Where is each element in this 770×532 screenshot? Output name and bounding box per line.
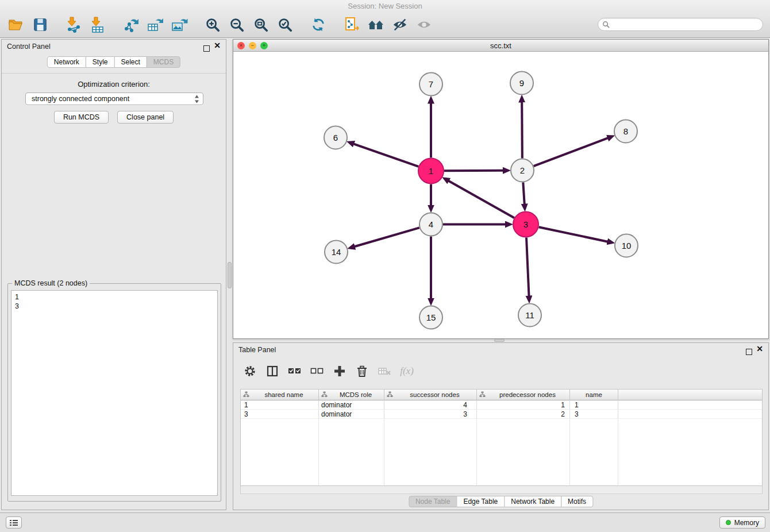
cell-shared-name[interactable]: 1 — [241, 400, 319, 410]
control-panel-title: Control Panel — [7, 43, 51, 51]
tab-select[interactable]: Select — [114, 56, 147, 68]
column-header-predecessor-nodes[interactable]: predecessor nodes — [477, 390, 570, 400]
add-column-icon[interactable] — [331, 363, 348, 380]
tab-style[interactable]: Style — [86, 56, 115, 68]
zoom-fit-icon[interactable] — [251, 13, 271, 36]
column-header-mcds-role[interactable]: MCDS role — [319, 390, 384, 400]
run-mcds-button[interactable]: Run MCDS — [54, 111, 109, 124]
node-label: 4 — [429, 219, 433, 229]
window-title: Session: New Session — [0, 2, 770, 10]
network-canvas[interactable]: 7968124314101511 — [233, 52, 768, 338]
tab-divider — [2, 73, 226, 74]
criterion-dropdown[interactable]: strongly connected component — [25, 92, 203, 105]
tab-network-table[interactable]: Network Table — [504, 496, 561, 507]
network-node[interactable]: 9 — [510, 72, 533, 95]
close-table-panel-icon[interactable]: ✕ — [756, 346, 763, 352]
network-edge[interactable] — [448, 181, 514, 218]
network-edge[interactable] — [522, 102, 522, 158]
import-network-from-file-icon[interactable] — [63, 13, 84, 36]
zoom-selected-icon[interactable] — [275, 13, 295, 36]
network-edge[interactable] — [523, 182, 524, 204]
network-view-window: scc.txt × − + 7968124314101511 — [233, 39, 769, 339]
select-all-icon[interactable] — [286, 363, 303, 380]
network-edge[interactable] — [444, 171, 503, 171]
horizontal-splitter-handle[interactable] — [494, 339, 505, 342]
network-node[interactable]: 10 — [615, 234, 638, 257]
network-window-titlebar[interactable]: scc.txt × − + — [233, 40, 768, 52]
network-edge[interactable] — [355, 228, 419, 246]
column-chooser-icon[interactable] — [264, 363, 281, 380]
network-edge[interactable] — [539, 227, 608, 241]
cell-successor-nodes[interactable]: 4 — [384, 400, 477, 410]
float-table-panel-icon[interactable] — [746, 347, 752, 357]
cell-predecessor-nodes[interactable]: 1 — [477, 400, 570, 410]
tab-network[interactable]: Network — [47, 56, 86, 68]
zoom-in-icon[interactable] — [202, 13, 223, 36]
column-header-filler — [618, 390, 762, 400]
chevron-updown-icon — [194, 95, 199, 103]
network-node[interactable]: 15 — [419, 306, 442, 329]
export-image-icon[interactable] — [169, 13, 190, 36]
open-session-icon[interactable] — [6, 13, 26, 36]
network-node[interactable]: 14 — [325, 241, 348, 264]
table-settings-icon[interactable] — [241, 363, 259, 380]
network-node[interactable]: 2 — [511, 159, 534, 182]
node-label: 9 — [519, 78, 524, 88]
close-window-icon[interactable]: × — [237, 42, 245, 49]
cell-name[interactable]: 1 — [570, 400, 618, 410]
network-node[interactable]: 1 — [418, 159, 444, 184]
export-network-icon[interactable] — [121, 13, 141, 36]
function-builder-icon: f(x) — [398, 363, 415, 380]
column-header-shared-name[interactable]: shared name — [241, 390, 319, 400]
vertical-splitter-handle[interactable] — [228, 262, 232, 288]
network-edge[interactable] — [353, 144, 418, 167]
control-panel: Control Panel ✕ Network Style Select MCD… — [1, 39, 226, 510]
save-session-icon[interactable] — [30, 13, 51, 36]
column-header-successor-nodes[interactable]: successor nodes — [384, 390, 477, 400]
minimize-window-icon[interactable]: − — [249, 42, 256, 49]
first-neighbors-icon[interactable] — [365, 13, 386, 36]
tab-node-table[interactable]: Node Table — [409, 496, 457, 507]
tab-motifs[interactable]: Motifs — [561, 496, 593, 507]
zoom-window-icon[interactable]: + — [260, 42, 268, 49]
network-node[interactable]: 6 — [324, 126, 347, 149]
show-panel-list-button[interactable] — [6, 516, 22, 529]
network-node[interactable]: 8 — [614, 120, 637, 143]
cell-successor-nodes[interactable]: 3 — [384, 410, 477, 419]
memory-button[interactable]: Memory — [719, 516, 765, 529]
network-node[interactable]: 11 — [518, 304, 541, 327]
cell-mcds-role[interactable]: dominator — [319, 410, 384, 419]
cell-predecessor-nodes[interactable]: 2 — [477, 410, 570, 419]
close-panel-button[interactable]: Close panel — [117, 111, 174, 124]
network-node[interactable]: 7 — [419, 73, 442, 96]
node-label: 3 — [523, 219, 528, 229]
search-input[interactable] — [610, 21, 763, 29]
table-header-row: shared name MCDS role successor nodes pr… — [241, 390, 762, 400]
table-horizontal-scrollbar[interactable] — [240, 486, 763, 494]
close-panel-icon[interactable]: ✕ — [214, 43, 221, 49]
deselect-all-icon[interactable] — [309, 363, 326, 380]
table-row[interactable]: 1 dominator 4 1 1 — [241, 400, 762, 410]
cell-mcds-role[interactable]: dominator — [319, 400, 384, 410]
show-graphics-details-icon[interactable] — [414, 13, 434, 36]
cell-shared-name[interactable]: 3 — [241, 410, 319, 419]
network-node[interactable]: 4 — [419, 213, 442, 236]
zoom-out-icon[interactable] — [226, 13, 247, 36]
import-table-from-file-icon[interactable] — [87, 13, 108, 36]
control-panel-tabs: Network Style Select MCDS — [47, 56, 180, 68]
export-table-icon[interactable] — [145, 13, 165, 36]
new-network-from-selection-icon[interactable] — [341, 13, 362, 36]
network-edge[interactable] — [534, 138, 608, 166]
refresh-layout-icon[interactable] — [308, 13, 329, 36]
search-field[interactable] — [598, 18, 763, 31]
float-panel-icon[interactable] — [203, 44, 210, 54]
tab-edge-table[interactable]: Edge Table — [456, 496, 505, 507]
network-edge[interactable] — [526, 237, 529, 296]
hide-graphics-details-icon[interactable] — [390, 13, 410, 36]
tab-mcds[interactable]: MCDS — [147, 56, 180, 68]
table-row[interactable]: 3 dominator 3 2 3 — [241, 410, 762, 419]
network-node[interactable]: 3 — [513, 212, 538, 237]
cell-name[interactable]: 3 — [570, 410, 618, 419]
column-header-name[interactable]: name — [570, 390, 618, 400]
delete-column-icon[interactable] — [353, 363, 371, 380]
